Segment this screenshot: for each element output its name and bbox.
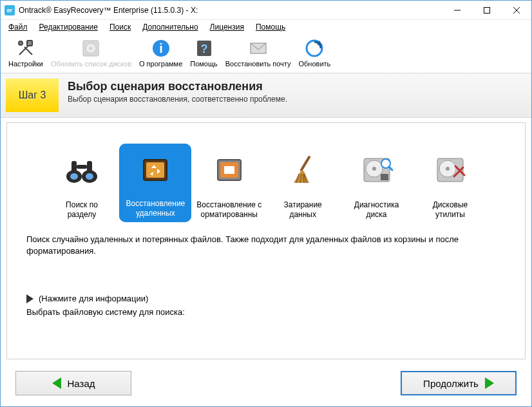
svg-rect-20	[71, 161, 77, 174]
help-icon: ?	[194, 38, 214, 59]
arrow-right-icon	[485, 377, 494, 389]
tool-about-label: О программе	[139, 60, 182, 68]
svg-rect-1	[484, 7, 490, 13]
svg-rect-5	[27, 41, 32, 46]
info-expander: (Нажмите для информации)	[7, 294, 525, 303]
tool-settings-label: Настройки	[8, 60, 43, 68]
window-title: Ontrack® EasyRecovery™ Enterprise (11.5.…	[19, 6, 198, 15]
option-label: Затирание данных	[267, 200, 339, 220]
svg-rect-38	[381, 174, 388, 180]
step-text: Выбор сценария восстановления Выбор сцен…	[59, 73, 296, 117]
info-hint-label[interactable]: (Нажмите для информации)	[39, 294, 148, 303]
option-disk-diagnostics[interactable]: Диагностика диска	[341, 144, 413, 222]
broom-icon	[283, 153, 322, 187]
recycle-bin-icon	[136, 153, 175, 187]
svg-point-43	[446, 167, 450, 171]
app-icon: er	[5, 5, 15, 15]
toolbar: Настройки Обновить список дисков i О про…	[1, 34, 531, 73]
minimize-button[interactable]	[442, 1, 472, 20]
svg-point-10	[90, 47, 92, 50]
disk-icon	[81, 38, 101, 59]
svg-point-23	[70, 173, 78, 180]
tool-update[interactable]: Обновить	[295, 37, 335, 69]
main-panel: Поиск по разделу Восстановление удаленны…	[7, 123, 525, 317]
step-subtitle: Выбор сценария восстановления, соответст…	[68, 95, 287, 104]
svg-line-6	[24, 47, 32, 55]
svg-point-37	[372, 167, 376, 171]
menu-help[interactable]: Помощь	[251, 21, 290, 33]
svg-rect-22	[77, 165, 87, 169]
svg-rect-26	[146, 162, 164, 178]
svg-text:i: i	[159, 41, 163, 55]
option-partition-search[interactable]: Поиск по разделу	[46, 144, 118, 222]
svg-point-7	[19, 41, 23, 45]
svg-text:?: ?	[200, 43, 207, 55]
svg-point-24	[86, 173, 93, 180]
tool-restore-mail[interactable]: Восстановить почту	[222, 37, 295, 69]
window-controls	[442, 1, 531, 20]
arrow-left-icon	[52, 377, 61, 389]
info-icon: i	[151, 38, 171, 59]
maximize-button[interactable]	[472, 1, 502, 20]
option-label: Дисковые утилиты	[414, 200, 486, 220]
settings-icon	[15, 38, 36, 59]
option-disk-utilities[interactable]: Дисковые утилиты	[414, 144, 486, 222]
menu-bar: Файл Редактирование Поиск Дополнительно …	[1, 20, 531, 34]
option-label: Поиск по разделу	[46, 200, 118, 220]
mail-icon	[248, 38, 269, 59]
option-label: Диагностика диска	[341, 200, 413, 220]
tool-refresh-disks-label: Обновить список дисков	[51, 60, 131, 68]
step-badge: Шаг 3	[6, 79, 59, 112]
tool-settings[interactable]: Настройки	[5, 37, 47, 69]
update-icon	[304, 38, 325, 59]
option-recover-formatted[interactable]: Восстановление с орматированны	[193, 144, 265, 222]
expand-triangle-icon[interactable]	[26, 294, 33, 303]
wizard-nav: Назад Продолжить	[15, 371, 517, 395]
filesystem-label: Выбрать файловую систему для поиска:	[7, 303, 525, 317]
menu-file[interactable]: Файл	[3, 21, 33, 33]
option-recover-deleted[interactable]: Восстановление удаленных	[119, 144, 191, 222]
tool-refresh-disks: Обновить список дисков	[47, 37, 135, 69]
title-bar: er Ontrack® EasyRecovery™ Enterprise (11…	[1, 1, 531, 20]
tool-help[interactable]: ? Помощь	[186, 37, 222, 69]
step-title: Выбор сценария восстановления	[68, 80, 287, 93]
step-header: Шаг 3 Выбор сценария восстановления Выбо…	[1, 73, 531, 118]
svg-rect-29	[224, 166, 234, 174]
option-wipe-data[interactable]: Затирание данных	[267, 144, 339, 222]
tool-help-label: Помощь	[190, 60, 218, 68]
content-frame: Поиск по разделу Восстановление удаленны…	[6, 122, 526, 359]
option-label: Восстановление удаленных	[119, 196, 191, 222]
back-button[interactable]: Назад	[15, 371, 131, 395]
option-label: Восстановление с орматированны	[193, 200, 265, 220]
hdd-diagnostics-icon	[357, 153, 396, 187]
menu-edit[interactable]: Редактирование	[34, 21, 103, 33]
hdd-tools-icon	[431, 153, 470, 187]
tool-update-label: Обновить	[299, 60, 331, 68]
back-button-label: Назад	[68, 378, 95, 389]
svg-line-30	[301, 157, 309, 170]
next-button[interactable]: Продолжить	[401, 371, 517, 395]
tool-restore-mail-label: Восстановить почту	[225, 60, 291, 68]
close-button[interactable]	[502, 1, 531, 20]
next-button-label: Продолжить	[423, 378, 479, 389]
scenario-options: Поиск по разделу Восстановление удаленны…	[7, 135, 525, 222]
tool-about[interactable]: i О программе	[135, 37, 186, 69]
drive-recover-icon	[210, 153, 249, 187]
menu-extra[interactable]: Дополнительно	[137, 21, 203, 33]
scenario-description: Поиск случайно удаленных и потерянных фа…	[7, 222, 525, 256]
binoculars-icon	[62, 153, 101, 187]
svg-rect-21	[87, 161, 92, 174]
menu-search[interactable]: Поиск	[104, 21, 136, 33]
menu-license[interactable]: Лицензия	[205, 21, 249, 33]
